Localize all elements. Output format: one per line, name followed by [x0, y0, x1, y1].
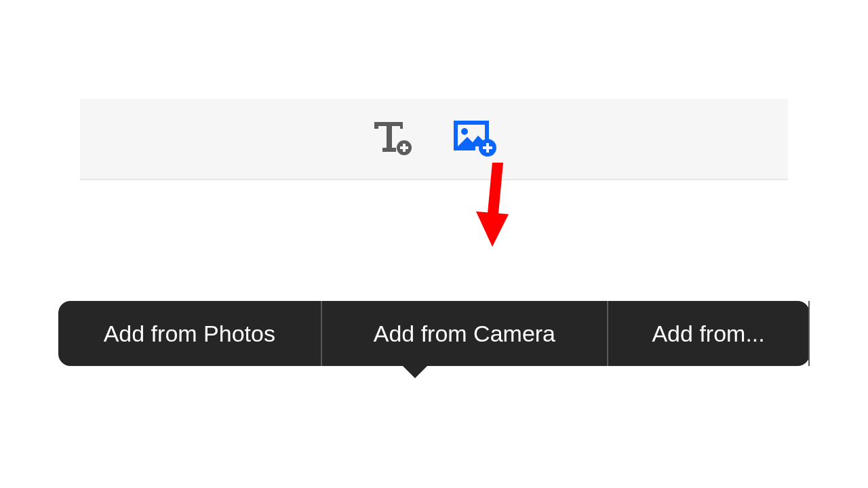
menu-item-label: Add from Photos: [104, 321, 275, 347]
add-image-icon: [452, 119, 497, 159]
add-from-more-item[interactable]: Add from...: [608, 301, 810, 366]
svg-marker-8: [476, 211, 509, 247]
menu-item-label: Add from...: [652, 321, 764, 347]
context-menu-caret-icon: [400, 363, 430, 378]
add-from-photos-item[interactable]: Add from Photos: [58, 301, 322, 366]
format-toolbar: [80, 99, 788, 180]
add-text-icon: [373, 121, 414, 158]
svg-rect-2: [400, 146, 408, 149]
add-image-context-menu: Add from Photos Add from Camera Add from…: [58, 301, 810, 366]
menu-item-label: Add from Camera: [374, 321, 555, 347]
add-image-button[interactable]: [454, 119, 495, 159]
svg-rect-6: [483, 146, 492, 149]
add-text-button[interactable]: [373, 119, 414, 159]
add-from-camera-item[interactable]: Add from Camera: [322, 301, 609, 366]
svg-point-3: [461, 128, 468, 135]
